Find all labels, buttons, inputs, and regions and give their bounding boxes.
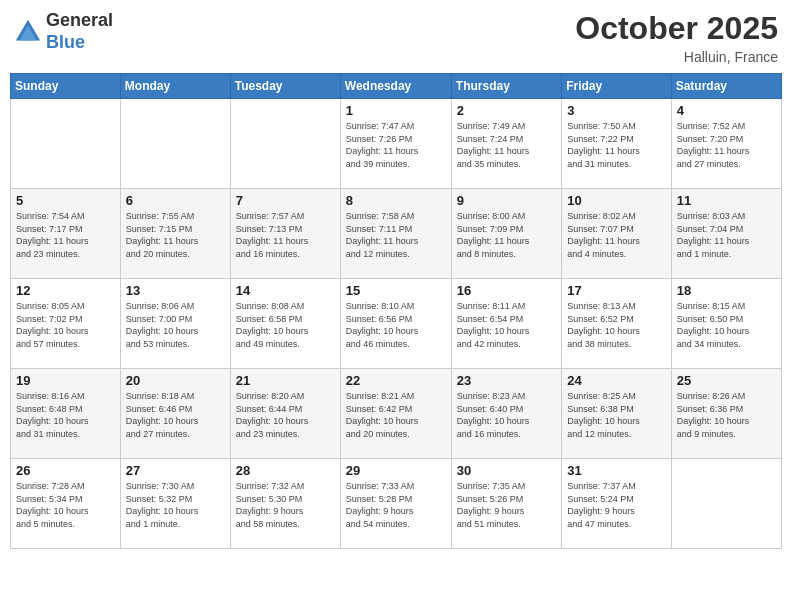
day-number: 5: [16, 193, 115, 208]
weekday-header-row: SundayMondayTuesdayWednesdayThursdayFrid…: [11, 74, 782, 99]
day-info: Sunrise: 7:55 AM Sunset: 7:15 PM Dayligh…: [126, 210, 225, 260]
calendar-cell: 28Sunrise: 7:32 AM Sunset: 5:30 PM Dayli…: [230, 459, 340, 549]
location-text: Halluin, France: [575, 49, 778, 65]
day-number: 21: [236, 373, 335, 388]
calendar-cell: 13Sunrise: 8:06 AM Sunset: 7:00 PM Dayli…: [120, 279, 230, 369]
day-number: 1: [346, 103, 446, 118]
calendar-cell: 17Sunrise: 8:13 AM Sunset: 6:52 PM Dayli…: [562, 279, 671, 369]
calendar-cell: 15Sunrise: 8:10 AM Sunset: 6:56 PM Dayli…: [340, 279, 451, 369]
calendar-cell: 12Sunrise: 8:05 AM Sunset: 7:02 PM Dayli…: [11, 279, 121, 369]
calendar-cell: 23Sunrise: 8:23 AM Sunset: 6:40 PM Dayli…: [451, 369, 561, 459]
calendar-cell: [671, 459, 781, 549]
day-number: 7: [236, 193, 335, 208]
weekday-header-tuesday: Tuesday: [230, 74, 340, 99]
day-info: Sunrise: 8:00 AM Sunset: 7:09 PM Dayligh…: [457, 210, 556, 260]
day-info: Sunrise: 8:16 AM Sunset: 6:48 PM Dayligh…: [16, 390, 115, 440]
page-header: General Blue October 2025 Halluin, Franc…: [10, 10, 782, 65]
day-info: Sunrise: 8:05 AM Sunset: 7:02 PM Dayligh…: [16, 300, 115, 350]
day-info: Sunrise: 7:52 AM Sunset: 7:20 PM Dayligh…: [677, 120, 776, 170]
day-info: Sunrise: 8:23 AM Sunset: 6:40 PM Dayligh…: [457, 390, 556, 440]
calendar-cell: 1Sunrise: 7:47 AM Sunset: 7:26 PM Daylig…: [340, 99, 451, 189]
day-number: 18: [677, 283, 776, 298]
calendar-cell: [11, 99, 121, 189]
calendar-cell: 8Sunrise: 7:58 AM Sunset: 7:11 PM Daylig…: [340, 189, 451, 279]
day-number: 3: [567, 103, 665, 118]
day-info: Sunrise: 7:35 AM Sunset: 5:26 PM Dayligh…: [457, 480, 556, 530]
logo-text: General Blue: [46, 10, 113, 53]
calendar-week-row: 5Sunrise: 7:54 AM Sunset: 7:17 PM Daylig…: [11, 189, 782, 279]
logo-general-text: General: [46, 10, 113, 32]
calendar-cell: 7Sunrise: 7:57 AM Sunset: 7:13 PM Daylig…: [230, 189, 340, 279]
day-info: Sunrise: 8:18 AM Sunset: 6:46 PM Dayligh…: [126, 390, 225, 440]
day-number: 24: [567, 373, 665, 388]
day-number: 16: [457, 283, 556, 298]
calendar-cell: 26Sunrise: 7:28 AM Sunset: 5:34 PM Dayli…: [11, 459, 121, 549]
day-info: Sunrise: 8:20 AM Sunset: 6:44 PM Dayligh…: [236, 390, 335, 440]
day-info: Sunrise: 8:06 AM Sunset: 7:00 PM Dayligh…: [126, 300, 225, 350]
day-number: 31: [567, 463, 665, 478]
day-info: Sunrise: 8:08 AM Sunset: 6:58 PM Dayligh…: [236, 300, 335, 350]
calendar-cell: 31Sunrise: 7:37 AM Sunset: 5:24 PM Dayli…: [562, 459, 671, 549]
calendar-cell: 30Sunrise: 7:35 AM Sunset: 5:26 PM Dayli…: [451, 459, 561, 549]
calendar-cell: 10Sunrise: 8:02 AM Sunset: 7:07 PM Dayli…: [562, 189, 671, 279]
day-number: 26: [16, 463, 115, 478]
calendar-cell: 9Sunrise: 8:00 AM Sunset: 7:09 PM Daylig…: [451, 189, 561, 279]
day-info: Sunrise: 8:26 AM Sunset: 6:36 PM Dayligh…: [677, 390, 776, 440]
day-number: 12: [16, 283, 115, 298]
calendar-cell: 6Sunrise: 7:55 AM Sunset: 7:15 PM Daylig…: [120, 189, 230, 279]
calendar-cell: 20Sunrise: 8:18 AM Sunset: 6:46 PM Dayli…: [120, 369, 230, 459]
day-number: 14: [236, 283, 335, 298]
day-number: 30: [457, 463, 556, 478]
calendar-cell: 22Sunrise: 8:21 AM Sunset: 6:42 PM Dayli…: [340, 369, 451, 459]
day-number: 11: [677, 193, 776, 208]
day-info: Sunrise: 7:28 AM Sunset: 5:34 PM Dayligh…: [16, 480, 115, 530]
month-title: October 2025: [575, 10, 778, 47]
day-number: 22: [346, 373, 446, 388]
title-area: October 2025 Halluin, France: [575, 10, 778, 65]
day-number: 4: [677, 103, 776, 118]
calendar-cell: 2Sunrise: 7:49 AM Sunset: 7:24 PM Daylig…: [451, 99, 561, 189]
day-number: 20: [126, 373, 225, 388]
day-number: 2: [457, 103, 556, 118]
day-info: Sunrise: 8:15 AM Sunset: 6:50 PM Dayligh…: [677, 300, 776, 350]
weekday-header-friday: Friday: [562, 74, 671, 99]
calendar-week-row: 1Sunrise: 7:47 AM Sunset: 7:26 PM Daylig…: [11, 99, 782, 189]
day-number: 9: [457, 193, 556, 208]
calendar-cell: 24Sunrise: 8:25 AM Sunset: 6:38 PM Dayli…: [562, 369, 671, 459]
day-info: Sunrise: 8:21 AM Sunset: 6:42 PM Dayligh…: [346, 390, 446, 440]
day-info: Sunrise: 7:57 AM Sunset: 7:13 PM Dayligh…: [236, 210, 335, 260]
weekday-header-saturday: Saturday: [671, 74, 781, 99]
calendar-week-row: 19Sunrise: 8:16 AM Sunset: 6:48 PM Dayli…: [11, 369, 782, 459]
day-info: Sunrise: 8:02 AM Sunset: 7:07 PM Dayligh…: [567, 210, 665, 260]
calendar-cell: 27Sunrise: 7:30 AM Sunset: 5:32 PM Dayli…: [120, 459, 230, 549]
weekday-header-wednesday: Wednesday: [340, 74, 451, 99]
day-info: Sunrise: 7:32 AM Sunset: 5:30 PM Dayligh…: [236, 480, 335, 530]
calendar-cell: 3Sunrise: 7:50 AM Sunset: 7:22 PM Daylig…: [562, 99, 671, 189]
calendar-week-row: 26Sunrise: 7:28 AM Sunset: 5:34 PM Dayli…: [11, 459, 782, 549]
calendar-table: SundayMondayTuesdayWednesdayThursdayFrid…: [10, 73, 782, 549]
calendar-cell: 16Sunrise: 8:11 AM Sunset: 6:54 PM Dayli…: [451, 279, 561, 369]
day-info: Sunrise: 8:13 AM Sunset: 6:52 PM Dayligh…: [567, 300, 665, 350]
day-info: Sunrise: 7:37 AM Sunset: 5:24 PM Dayligh…: [567, 480, 665, 530]
calendar-cell: 18Sunrise: 8:15 AM Sunset: 6:50 PM Dayli…: [671, 279, 781, 369]
day-number: 10: [567, 193, 665, 208]
day-number: 27: [126, 463, 225, 478]
calendar-cell: 14Sunrise: 8:08 AM Sunset: 6:58 PM Dayli…: [230, 279, 340, 369]
day-info: Sunrise: 7:58 AM Sunset: 7:11 PM Dayligh…: [346, 210, 446, 260]
calendar-cell: [230, 99, 340, 189]
day-number: 29: [346, 463, 446, 478]
calendar-cell: 5Sunrise: 7:54 AM Sunset: 7:17 PM Daylig…: [11, 189, 121, 279]
day-info: Sunrise: 8:11 AM Sunset: 6:54 PM Dayligh…: [457, 300, 556, 350]
day-number: 28: [236, 463, 335, 478]
calendar-cell: 11Sunrise: 8:03 AM Sunset: 7:04 PM Dayli…: [671, 189, 781, 279]
day-number: 17: [567, 283, 665, 298]
day-number: 13: [126, 283, 225, 298]
day-number: 8: [346, 193, 446, 208]
calendar-week-row: 12Sunrise: 8:05 AM Sunset: 7:02 PM Dayli…: [11, 279, 782, 369]
day-number: 15: [346, 283, 446, 298]
day-number: 25: [677, 373, 776, 388]
calendar-cell: 25Sunrise: 8:26 AM Sunset: 6:36 PM Dayli…: [671, 369, 781, 459]
day-info: Sunrise: 8:03 AM Sunset: 7:04 PM Dayligh…: [677, 210, 776, 260]
day-info: Sunrise: 7:54 AM Sunset: 7:17 PM Dayligh…: [16, 210, 115, 260]
weekday-header-thursday: Thursday: [451, 74, 561, 99]
